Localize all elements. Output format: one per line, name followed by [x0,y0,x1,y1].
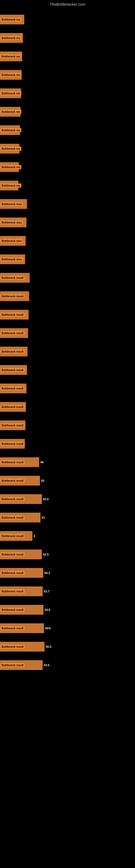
bar-row: Bottleneck result53.5 [0,656,135,674]
bar-value: 52.5 [43,553,49,556]
chart-area: Bottleneck resBottleneck resBottleneck r… [0,8,135,677]
bar-row: Bottleneck result54.6 [0,600,135,619]
bar-row: Bottleneck result55.5 [0,638,135,656]
bar-row: Bottleneck result52.6 [0,490,135,508]
bar-label: Bottleneck resu [1,220,23,225]
bar-label: Bottleneck result [1,276,25,280]
bar-label: Bottleneck res [1,91,21,95]
bar-row: Bottleneck result [0,324,135,342]
bar-row: Bottleneck result [0,398,135,416]
bar-value: 55% [45,627,51,630]
bar-label: Bottleneck result [1,516,25,520]
bar-label: Bottleneck result [1,479,25,483]
bar-row: Bottleneck res [0,140,135,158]
bar-label: Bottleneck res [1,18,21,22]
bar-label: Bottleneck res [1,147,21,151]
bar-row: Bottleneck resu [0,213,135,231]
bar-label: Bottleneck result [1,663,25,667]
bar-label: Bottleneck result [1,534,25,538]
bar-value: 54.3 [44,571,50,575]
bar-label: Bottleneck res [1,73,21,77]
bar-row: Bottleneck res [0,176,135,195]
bar-row: Bottleneck result53.7 [0,582,135,600]
bar-label: Bottleneck res [1,55,21,59]
bar-row: Bottleneck res [0,158,135,176]
bar-label: Bottleneck result [1,645,25,649]
bar-value: 50 [41,479,44,482]
bar-value: 54.6 [45,608,50,611]
bar-label: Bottleneck result [1,424,25,428]
bar-row: Bottleneck result51 [0,508,135,527]
bar-row: Bottleneck result55% [0,619,135,638]
bar-label: Bottleneck res [1,128,21,132]
bar-row: Bottleneck res [0,121,135,140]
bar-label: Bottleneck resu [1,239,23,243]
bar-label: Bottleneck res [1,165,21,169]
bar-row: Bottleneck resu [0,231,135,250]
site-title: TheBottlenecker.com [50,2,85,6]
bar-label: Bottleneck result [1,608,25,612]
bar-row: Bottleneck result52.5 [0,545,135,564]
bar-row: Bottleneck result [0,342,135,361]
bar-row: Bottleneck result [0,287,135,305]
bar-value: 55.5 [46,645,51,648]
bar-row: Bottleneck resu [0,250,135,269]
bar-label: Bottleneck result [1,442,25,446]
bar-row: Bottleneck result54.3 [0,564,135,582]
bar-row: Bottleneck result [0,416,135,435]
bar-label: Bottleneck result [1,589,25,593]
bar-label: Bottleneck resu [1,257,23,261]
bar-label: Bottleneck result [1,626,25,630]
bar-label: Bottleneck result [1,331,25,335]
bar-label: Bottleneck result [1,313,25,317]
bar-row: Bottleneck result [0,435,135,453]
bar-row: Bottleneck result [0,379,135,398]
bar-row: Bottleneck res [0,10,135,29]
bar-row: Bottleneck result50 [0,471,135,490]
bar-label: Bottleneck res [1,110,21,114]
bar-row: Bottleneck res [0,47,135,66]
bar-value: 53.5 [44,663,49,667]
bar-label: Bottleneck result [1,350,25,354]
bar-label: Bottleneck res [1,184,21,188]
bar-row: Bottleneck res [0,102,135,121]
bar-row: Bottleneck result4 [0,527,135,545]
bar-row: Bottleneck res [0,66,135,84]
bar-label: Bottleneck result [1,460,25,464]
bar-row: Bottleneck res [0,29,135,47]
bar-value: 4 [34,534,35,538]
bar-label: Bottleneck res [1,36,21,40]
bar-value: 49 [40,461,43,464]
bar-row: Bottleneck result [0,305,135,324]
bar-label: Bottleneck result [1,294,25,299]
bar-value: 52.6 [43,497,49,501]
bar-row: Bottleneck resu [0,195,135,213]
bar-label: Bottleneck result [1,368,25,372]
bar-value: 53.7 [44,590,49,593]
bar-label: Bottleneck result [1,405,25,409]
header: TheBottlenecker.com [0,0,135,8]
bar-label: Bottleneck result [1,571,25,575]
bar-label: Bottleneck result [1,497,25,501]
bar-row: Bottleneck result [0,361,135,379]
bar-row: Bottleneck result49 [0,453,135,471]
bar-row: Bottleneck res [0,84,135,102]
bar-label: Bottleneck result [1,386,25,391]
bar-label: Bottleneck resu [1,202,23,206]
bar-label: Bottleneck result [1,553,25,557]
bar-row: Bottleneck result [0,269,135,287]
bar-value: 51 [42,516,45,519]
